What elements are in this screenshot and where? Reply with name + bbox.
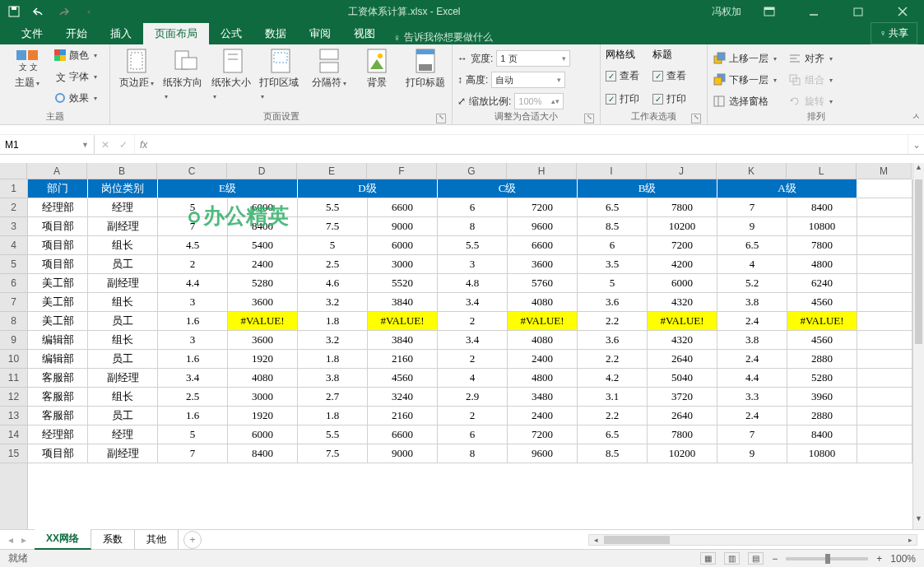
selection-pane-button[interactable]: 选择窗格	[713, 92, 777, 110]
vertical-scrollbar[interactable]: ▲ ▼	[912, 163, 924, 529]
group-themes-label: 主题	[5, 110, 104, 124]
tab-formulas[interactable]: 公式	[209, 23, 253, 44]
theme-fonts-button[interactable]: 文字体	[54, 67, 97, 86]
view-page-layout-icon[interactable]: ▥	[724, 552, 740, 565]
save-icon[interactable]	[5, 2, 23, 21]
themes-button[interactable]: 文文 主题	[5, 46, 49, 90]
tab-insert[interactable]: 插入	[99, 23, 143, 44]
expand-formula-bar-icon[interactable]: ⌄	[908, 135, 924, 154]
svg-text:文: 文	[56, 72, 66, 82]
enter-formula-icon[interactable]: ✓	[119, 139, 128, 151]
theme-effects-button[interactable]: 效果	[54, 89, 97, 107]
add-sheet-button[interactable]: +	[183, 531, 202, 549]
window-title: 工资体系计算.xlsx - Excel	[97, 5, 712, 19]
effects-icon	[54, 92, 66, 104]
scale-height-field[interactable]: 自动▾	[491, 72, 565, 88]
size-icon	[220, 48, 246, 74]
align-button[interactable]: 对齐	[788, 49, 833, 67]
group-icon	[788, 73, 801, 86]
minimize-icon[interactable]	[797, 0, 830, 23]
headings-print-check[interactable]: ✓打印	[652, 90, 686, 108]
scale-width-field[interactable]: 1 页▾	[496, 50, 570, 67]
vertical-scroll-thumb[interactable]	[915, 179, 922, 344]
bring-forward-button[interactable]: 上移一层	[713, 49, 777, 67]
horizontal-scroll-thumb[interactable]	[604, 536, 670, 544]
tab-data[interactable]: 数据	[253, 23, 298, 44]
zoom-level[interactable]: 100%	[890, 553, 916, 565]
gridlines-view-check[interactable]: ✓查看	[606, 67, 639, 85]
svg-rect-22	[224, 49, 242, 72]
scale-icon: ⤢	[457, 95, 466, 107]
sheet-tab-2[interactable]: 系数	[91, 530, 135, 549]
svg-rect-21	[182, 58, 197, 69]
background-button[interactable]: 背景	[355, 46, 398, 90]
scroll-left-icon[interactable]: ◂	[589, 535, 602, 545]
maximize-icon[interactable]	[842, 0, 875, 23]
svg-rect-12	[54, 49, 60, 55]
fx-icon[interactable]: fx	[135, 135, 158, 154]
collapse-ribbon-icon[interactable]: ㅅ	[912, 110, 921, 123]
tab-view[interactable]: 视图	[342, 23, 387, 44]
send-backward-icon	[713, 73, 726, 86]
qat-customize-icon[interactable]	[79, 2, 97, 21]
sheet-tab-3[interactable]: 其他	[135, 530, 179, 549]
colors-icon	[54, 49, 66, 61]
scroll-up-icon[interactable]: ▲	[913, 163, 924, 178]
close-icon[interactable]	[886, 0, 919, 23]
theme-colors-button[interactable]: 颜色	[54, 46, 97, 64]
rotate-icon	[788, 95, 801, 108]
scroll-right-icon[interactable]: ▸	[903, 535, 917, 545]
fonts-icon: 文	[54, 71, 66, 82]
rotate-button[interactable]: 旋转	[788, 92, 833, 110]
page-setup-launcher-icon[interactable]: ⤡	[436, 114, 446, 123]
size-button[interactable]: 纸张大小	[211, 46, 254, 101]
svg-rect-3	[764, 7, 774, 10]
row-headers[interactable]: 123456789101112131415	[0, 179, 28, 529]
view-normal-icon[interactable]: ▦	[700, 552, 716, 565]
sheet-options-launcher-icon[interactable]: ⤡	[691, 114, 701, 123]
scale-percent-field[interactable]: 100%▴▾	[514, 93, 564, 109]
scroll-down-icon[interactable]: ▼	[913, 514, 924, 529]
sheet-nav-next-icon[interactable]: ▸	[21, 534, 26, 546]
column-headers[interactable]: ABCDEFGHIJKLM	[27, 163, 912, 179]
gridlines-print-check[interactable]: ✓打印	[606, 90, 639, 108]
zoom-out-icon[interactable]: −	[772, 553, 778, 565]
tab-page-layout[interactable]: 页面布局	[143, 23, 209, 44]
tab-review[interactable]: 审阅	[298, 23, 342, 44]
group-button[interactable]: 组合	[788, 71, 833, 89]
undo-icon[interactable]	[30, 2, 48, 21]
horizontal-scrollbar[interactable]: ◂ ▸	[588, 534, 917, 546]
redo-icon[interactable]	[54, 2, 72, 21]
ribbon-options-icon[interactable]	[753, 0, 786, 23]
svg-rect-8	[16, 50, 26, 60]
ribbon: 文文 主题 颜色 文字体 效果 主题 页边距 纸张方向 纸张大小 打印区域 分隔…	[0, 44, 924, 125]
tell-me[interactable]: ♀告诉我你想要做什么	[393, 30, 493, 44]
zoom-in-icon[interactable]: +	[876, 553, 882, 565]
formula-input[interactable]	[158, 135, 908, 154]
margins-button[interactable]: 页边距	[115, 46, 158, 90]
svg-rect-27	[320, 49, 338, 59]
svg-rect-9	[28, 50, 38, 60]
svg-rect-36	[717, 53, 725, 60]
headings-view-check[interactable]: ✓查看	[652, 67, 686, 85]
name-box[interactable]: M1▼	[0, 135, 95, 154]
scale-launcher-icon[interactable]: ⤡	[584, 114, 594, 123]
print-area-button[interactable]: 打印区域	[259, 46, 302, 101]
grid-cells[interactable]: 办公精英 部门岗位类别E级D级C级B级A级经理部经理560005.5660067…	[28, 179, 912, 529]
send-backward-button[interactable]: 下移一层	[713, 71, 777, 89]
tab-file[interactable]: 文件	[10, 23, 54, 44]
print-titles-button[interactable]: 打印标题	[404, 46, 447, 90]
sheet-nav-prev-icon[interactable]: ◂	[8, 534, 13, 546]
svg-text:文: 文	[19, 63, 27, 72]
sheet-tab-1[interactable]: XX网络	[35, 529, 91, 550]
margins-icon	[123, 48, 150, 74]
view-page-break-icon[interactable]: ▤	[748, 552, 764, 565]
share-button[interactable]: ♀ 共享	[871, 22, 917, 44]
zoom-slider[interactable]	[786, 557, 868, 560]
tab-home[interactable]: 开始	[54, 23, 99, 44]
select-all-corner[interactable]	[0, 163, 27, 179]
cancel-formula-icon[interactable]: ✕	[101, 139, 109, 151]
orientation-button[interactable]: 纸张方向	[163, 46, 206, 101]
svg-point-17	[56, 94, 64, 102]
breaks-button[interactable]: 分隔符	[308, 46, 351, 90]
